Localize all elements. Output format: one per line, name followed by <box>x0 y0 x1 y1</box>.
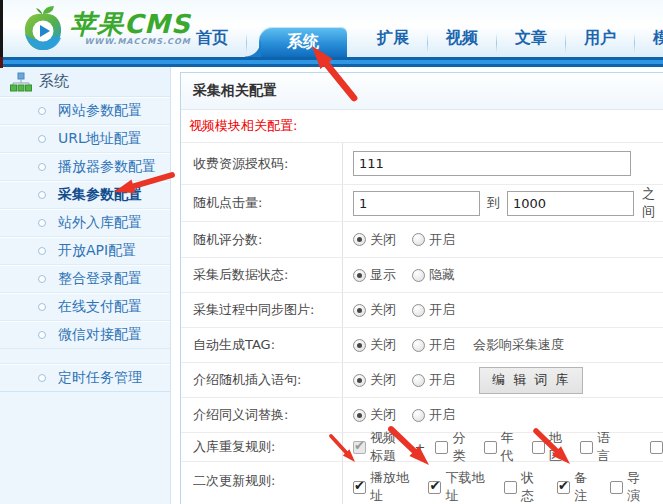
radio-option-show[interactable]: 显示 <box>353 266 396 284</box>
page-title: 采集相关配置 <box>193 82 277 100</box>
nav-item-user[interactable]: 用户 <box>566 28 634 57</box>
radio-option-off[interactable]: 关闭 <box>353 301 396 319</box>
bullet-icon <box>38 191 46 199</box>
checkbox-play-address[interactable]: 播放地址 <box>353 469 412 504</box>
plus-joiner: + <box>415 440 426 455</box>
nav-item-partial[interactable]: 模 <box>635 28 663 57</box>
nav-item-extend[interactable]: 扩展 <box>359 28 427 57</box>
radio-icon[interactable] <box>412 339 425 352</box>
clicks-max-input[interactable] <box>507 191 634 216</box>
brand-name: 苹果CMS <box>70 11 191 37</box>
sidebar-item-external-storage[interactable]: 站外入库配置 <box>0 209 170 237</box>
tag-speed-note: 会影响采集速度 <box>473 336 564 354</box>
checkbox-area[interactable]: 地区 <box>532 429 564 465</box>
checkbox-category[interactable]: 分类 <box>435 429 467 465</box>
radio-option-off[interactable]: 关闭 <box>353 371 396 389</box>
radio-icon[interactable] <box>353 304 366 317</box>
apple-logo-icon <box>22 4 64 52</box>
radio-option-off[interactable]: 关闭 <box>353 336 396 354</box>
radio-option-off[interactable]: 关闭 <box>353 231 396 249</box>
checkbox-clipped[interactable] <box>650 441 663 454</box>
bullet-icon <box>38 374 46 382</box>
radio-icon[interactable] <box>412 409 425 422</box>
sidebar-item-site-params[interactable]: 网站参数配置 <box>0 97 170 125</box>
sidebar-item-open-api[interactable]: 开放API配置 <box>0 237 170 265</box>
checkbox-icon[interactable] <box>580 441 593 454</box>
auth-code-input[interactable] <box>353 151 631 176</box>
checkbox-icon[interactable] <box>610 481 623 494</box>
main-panel: 采集相关配置 视频模块相关配置: 收费资源授权码: 随机点击量: 到 之间 随机… <box>180 72 663 504</box>
checkbox-status[interactable]: 状态 <box>504 469 541 504</box>
form-row-random-score: 随机评分数: 关闭 开启 <box>181 222 663 258</box>
checkbox-director[interactable]: 导演 <box>610 469 647 504</box>
radio-icon[interactable] <box>353 374 366 387</box>
radio-icon[interactable] <box>412 374 425 387</box>
checkbox-download-address[interactable]: 下载地址 <box>428 469 487 504</box>
brand-text: 苹果CMS WWW.MACCMS.COM <box>70 11 191 46</box>
radio-option-on[interactable]: 开启 <box>412 336 455 354</box>
checkbox-icon <box>353 441 366 454</box>
bullet-icon <box>38 163 46 171</box>
sidebar-item-wechat[interactable]: 微信对接配置 <box>0 321 170 349</box>
bullet-icon <box>38 275 46 283</box>
checkbox-icon[interactable] <box>435 441 448 454</box>
checkbox-icon[interactable] <box>504 481 517 494</box>
section-title: 视频模块相关配置: <box>181 110 663 143</box>
radio-icon[interactable] <box>412 269 425 282</box>
clicks-min-input[interactable] <box>353 191 480 216</box>
sidebar-item-online-payment[interactable]: 在线支付配置 <box>0 293 170 321</box>
radio-option-on[interactable]: 开启 <box>412 406 455 424</box>
nav-tab-system[interactable]: 系统 <box>259 27 347 57</box>
checkbox-icon[interactable] <box>557 481 570 494</box>
radio-icon[interactable] <box>412 304 425 317</box>
bullet-icon <box>38 135 46 143</box>
radio-option-on[interactable]: 开启 <box>412 231 455 249</box>
checkbox-video-title[interactable]: 视频标题 <box>353 429 405 465</box>
sidebar-item-player-params[interactable]: 播放器参数配置 <box>0 153 170 181</box>
radio-icon[interactable] <box>412 233 425 246</box>
bullet-icon <box>38 219 46 227</box>
checkbox-icon[interactable] <box>532 441 545 454</box>
sidebar-spacer <box>0 349 170 364</box>
panel-header: 采集相关配置 <box>181 73 663 110</box>
sidebar-item-scheduled-tasks[interactable]: 定时任务管理 <box>0 364 170 392</box>
form-row-dedupe-rule: 入库重复规则: 视频标题 + 分类 年代 地区 语言 <box>181 433 663 462</box>
form-row-secondary-update: 二次更新规则: 播放地址 下载地址 状态 备注 导演 注：选择图片，不管是本地图… <box>181 462 663 504</box>
bullet-icon <box>38 107 46 115</box>
form-row-data-status: 采集后数据状态: 显示 隐藏 <box>181 258 663 293</box>
radio-icon[interactable] <box>353 269 366 282</box>
bullet-icon <box>38 247 46 255</box>
range-suffix: 之间 <box>642 185 663 221</box>
nav-item-article[interactable]: 文章 <box>497 28 565 57</box>
radio-option-hide[interactable]: 隐藏 <box>412 266 455 284</box>
checkbox-year[interactable]: 年代 <box>484 429 516 465</box>
checkbox-icon[interactable] <box>353 481 366 494</box>
form-row-synonym-replace: 介绍同义词替换: 关闭 开启 <box>181 398 663 433</box>
sidebar-item-url-config[interactable]: URL地址配置 <box>0 125 170 153</box>
nav-bottom-stripes <box>0 57 663 67</box>
radio-icon[interactable] <box>353 409 366 422</box>
edit-dictionary-button[interactable]: 编 辑 词 库 <box>479 367 583 394</box>
sidebar-item-login-integration[interactable]: 整合登录配置 <box>0 265 170 293</box>
form-row-auto-tag: 自动生成TAG: 关闭 开启 会影响采集速度 <box>181 328 663 363</box>
sidebar: 系统 网站参数配置 URL地址配置 播放器参数配置 采集参数配置 站外入库配置 … <box>0 67 171 504</box>
radio-option-on[interactable]: 开启 <box>412 371 455 389</box>
top-bar: 苹果CMS WWW.MACCMS.COM 首页 系统 扩展 视频 文章 用户 模 <box>0 0 663 57</box>
sidebar-item-collect-params[interactable]: 采集参数配置 <box>0 181 170 209</box>
window-edge-artifact <box>0 0 3 57</box>
radio-icon[interactable] <box>353 339 366 352</box>
radio-option-on[interactable]: 开启 <box>412 301 455 319</box>
brand-tagline: WWW.MACCMS.COM <box>70 37 191 46</box>
checkbox-remark[interactable]: 备注 <box>557 469 594 504</box>
radio-option-off[interactable]: 关闭 <box>353 406 396 424</box>
main-nav: 首页 系统 扩展 视频 文章 用户 模 <box>178 27 663 57</box>
nav-item-home[interactable]: 首页 <box>178 28 246 57</box>
nav-item-video[interactable]: 视频 <box>428 28 496 57</box>
checkbox-icon[interactable] <box>484 441 497 454</box>
range-joiner: 到 <box>487 194 500 212</box>
radio-icon[interactable] <box>353 233 366 246</box>
brand-logo[interactable]: 苹果CMS WWW.MACCMS.COM <box>22 4 191 52</box>
checkbox-language[interactable]: 语言 <box>580 429 612 465</box>
sidebar-header: 系统 <box>0 67 170 97</box>
checkbox-icon[interactable] <box>428 481 441 494</box>
